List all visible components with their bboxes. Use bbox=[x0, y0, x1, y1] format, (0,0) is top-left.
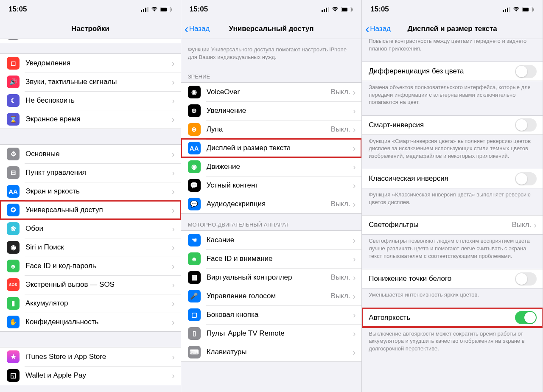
table-row[interactable]: 💬АудиодескрипцияВыкл. bbox=[181, 195, 362, 213]
table-row[interactable]: SOSЭкстренный вызов — SOS bbox=[0, 275, 181, 294]
row-label: Касание bbox=[207, 236, 353, 244]
table-row[interactable] bbox=[0, 39, 181, 43]
svg-rect-13 bbox=[352, 8, 353, 11]
row-icon: ✋ bbox=[7, 316, 20, 328]
table-row[interactable]: ✋Конфиденциальность bbox=[0, 313, 181, 331]
table-row[interactable]: ☻Face ID и код-пароль bbox=[0, 257, 181, 275]
table-row[interactable]: ▦Виртуальный контроллерВыкл. bbox=[181, 268, 362, 287]
table-row[interactable]: 💬Устный контент bbox=[181, 176, 362, 195]
toggle-switch[interactable] bbox=[515, 272, 537, 286]
table-row[interactable]: ▮Аккумулятор bbox=[0, 294, 181, 313]
row-label: Обои bbox=[25, 224, 172, 233]
svg-rect-0 bbox=[141, 10, 142, 12]
table-row[interactable]: Смарт-инверсия bbox=[362, 116, 543, 134]
wifi-icon bbox=[513, 7, 520, 12]
accessibility-panel: 15:05 Назад Универсальный доступ Функции… bbox=[181, 0, 362, 392]
content[interactable]: ◻︎Уведомления🔊Звуки, тактильные сигналы☾… bbox=[0, 39, 181, 392]
table-row[interactable]: СветофильтрыВыкл. bbox=[362, 216, 543, 234]
table-row[interactable]: ◻︎Уведомления bbox=[0, 54, 181, 73]
toggle-switch[interactable] bbox=[515, 311, 537, 324]
table-row[interactable]: ◱Wallet и Apple Pay bbox=[0, 366, 181, 385]
row-icon: 💬 bbox=[188, 179, 201, 192]
table-row[interactable]: ☻Face ID и внимание bbox=[181, 249, 362, 268]
row-icon: ☾ bbox=[7, 94, 20, 107]
toggle-switch[interactable] bbox=[515, 118, 537, 132]
row-value: Выкл. bbox=[331, 292, 350, 300]
table-row[interactable]: ⊕ЛупаВыкл. bbox=[181, 120, 362, 139]
table-row[interactable]: ▢Боковая кнопка bbox=[181, 305, 362, 324]
chevron-right-icon bbox=[172, 352, 175, 362]
row-icon: ⊟ bbox=[7, 166, 20, 179]
chevron-right-icon bbox=[172, 243, 175, 252]
chevron-right-icon bbox=[172, 59, 175, 68]
table-row[interactable]: ❀Обои bbox=[0, 219, 181, 238]
row-label: Увеличение bbox=[207, 106, 353, 115]
table-row[interactable]: ✪Универсальный доступ bbox=[0, 201, 181, 219]
toggle-switch[interactable] bbox=[515, 65, 537, 78]
row-icon: ⚙ bbox=[7, 148, 20, 160]
table-row[interactable]: Автояркость bbox=[362, 308, 543, 327]
navbar: Назад Универсальный доступ bbox=[181, 19, 362, 39]
row-value: Выкл. bbox=[331, 125, 350, 134]
row-group: ★iTunes Store и App Store◱Wallet и Apple… bbox=[0, 347, 181, 385]
row-label: Основные bbox=[25, 150, 172, 158]
content[interactable]: Повысьте контрастность между цветами пер… bbox=[362, 39, 543, 392]
table-row[interactable]: ◉VoiceOverВыкл. bbox=[181, 83, 362, 101]
chevron-right-icon bbox=[353, 125, 356, 134]
table-row[interactable]: Понижение точки белого bbox=[362, 269, 543, 288]
row-label: Понижение точки белого bbox=[369, 274, 515, 283]
section-footer: Светофильтры позволяют людям с плохим во… bbox=[362, 235, 543, 265]
chevron-right-icon bbox=[172, 205, 175, 215]
navbar: Назад Дисплей и размер текста bbox=[362, 19, 543, 39]
nav-title: Дисплей и размер текста bbox=[408, 25, 497, 33]
battery-icon bbox=[160, 7, 172, 12]
table-row[interactable]: ★iTunes Store и App Store bbox=[0, 347, 181, 366]
table-row[interactable]: ☾Не беспокоить bbox=[0, 91, 181, 110]
row-value: Выкл. bbox=[512, 221, 531, 229]
table-row[interactable]: Дифференциация без цвета bbox=[362, 62, 543, 81]
table-row[interactable]: ⌛Экранное время bbox=[0, 110, 181, 129]
status-bar: 15:05 bbox=[0, 0, 181, 19]
row-icon bbox=[7, 39, 20, 40]
row-label: Face ID и внимание bbox=[207, 255, 353, 263]
back-button[interactable]: Назад bbox=[185, 25, 210, 33]
svg-rect-19 bbox=[523, 8, 529, 11]
table-row[interactable]: ⚙Основные bbox=[0, 145, 181, 163]
chevron-right-icon bbox=[353, 329, 356, 339]
row-group: Дифференциация без цвета bbox=[362, 62, 543, 81]
table-row[interactable]: 🔊Звуки, тактильные сигналы bbox=[0, 73, 181, 91]
chevron-right-icon bbox=[172, 149, 175, 159]
signal-icon bbox=[322, 7, 329, 12]
table-row[interactable]: ⌨Клавиатуры bbox=[181, 343, 362, 361]
row-icon: 💬 bbox=[188, 198, 201, 210]
row-icon: ⊕ bbox=[188, 123, 201, 136]
table-row[interactable]: AAЭкран и яркость bbox=[0, 182, 181, 201]
chevron-right-icon bbox=[353, 181, 356, 190]
row-group: Классическая инверсия bbox=[362, 169, 543, 188]
row-group: ◻︎Уведомления🔊Звуки, тактильные сигналы☾… bbox=[0, 53, 181, 129]
status-indicators bbox=[503, 7, 534, 12]
back-button[interactable]: Назад bbox=[365, 25, 391, 33]
row-group bbox=[0, 39, 181, 43]
table-row[interactable]: ◉Siri и Поиск bbox=[0, 238, 181, 257]
status-time: 15:05 bbox=[370, 5, 389, 14]
table-row[interactable]: ◉Движение bbox=[181, 157, 362, 176]
svg-rect-6 bbox=[171, 8, 172, 11]
row-group: Автояркость bbox=[362, 308, 543, 328]
svg-rect-16 bbox=[507, 8, 508, 12]
chevron-right-icon bbox=[172, 115, 175, 124]
toggle-switch[interactable] bbox=[515, 172, 537, 185]
table-row[interactable]: ▯Пульт Apple TV Remote bbox=[181, 324, 362, 343]
table-row[interactable]: ⊟Пункт управления bbox=[0, 163, 181, 182]
row-label: Пункт управления bbox=[25, 168, 172, 177]
table-row[interactable]: Классическая инверсия bbox=[362, 169, 543, 188]
row-label: Смарт-инверсия bbox=[369, 121, 515, 129]
chevron-right-icon bbox=[353, 106, 356, 116]
table-row[interactable]: 🎤Управление голосомВыкл. bbox=[181, 287, 362, 305]
table-row[interactable]: ⊕Увеличение bbox=[181, 101, 362, 120]
settings-panel: 15:05 Настройки ◻︎Уведомления🔊Звуки, так… bbox=[0, 0, 181, 392]
table-row[interactable]: ☚Касание bbox=[181, 231, 362, 249]
table-row[interactable]: AAДисплей и размер текста bbox=[181, 139, 362, 157]
content[interactable]: Функции Универсального доступа помогают … bbox=[181, 39, 362, 392]
svg-rect-9 bbox=[326, 8, 327, 12]
